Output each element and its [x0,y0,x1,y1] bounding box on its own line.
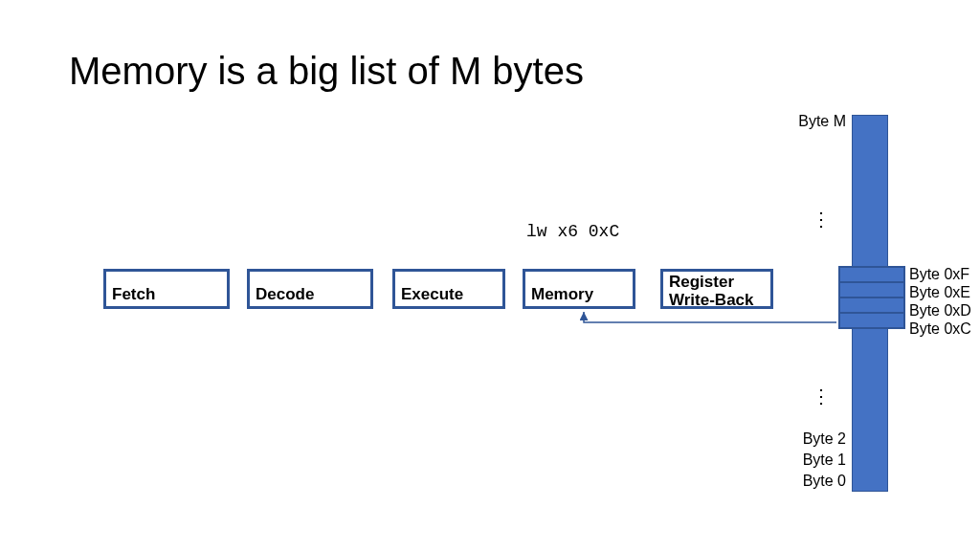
slide-title: Memory is a big list of M bytes [69,50,584,93]
mem-label-bottom: Byte 2 [803,430,846,448]
ellipsis-icon: ⋮ [812,392,831,400]
mem-label-cell: Byte 0xD [909,302,971,320]
ellipsis-icon: ⋮ [812,215,831,223]
stage-writeback: Register Write-Back [660,269,773,309]
mem-label-cell: Byte 0xC [909,320,971,338]
memory-cell [838,312,905,329]
stage-label: Register Write-Back [669,274,765,309]
stage-memory: Memory [523,269,635,309]
instruction-text: lw x6 0xC [526,222,619,241]
mem-label-bottom: Byte 1 [803,452,846,469]
stage-execute: Execute [392,269,505,309]
mem-label-cell: Byte 0xF [909,266,969,283]
slide: Memory is a big list of M bytes lw x6 0x… [0,0,980,551]
stage-label: Fetch [112,285,155,304]
stage-decode: Decode [247,269,373,309]
stage-fetch: Fetch [103,269,230,309]
stage-label: Execute [401,285,463,304]
stage-label: Decode [256,285,314,304]
stage-label: Memory [531,285,593,304]
mem-label-cell: Byte 0xE [909,284,970,301]
mem-label-bottom: Byte 0 [803,473,846,490]
memory-cells [838,268,905,329]
mem-label-top: Byte M [798,113,846,130]
